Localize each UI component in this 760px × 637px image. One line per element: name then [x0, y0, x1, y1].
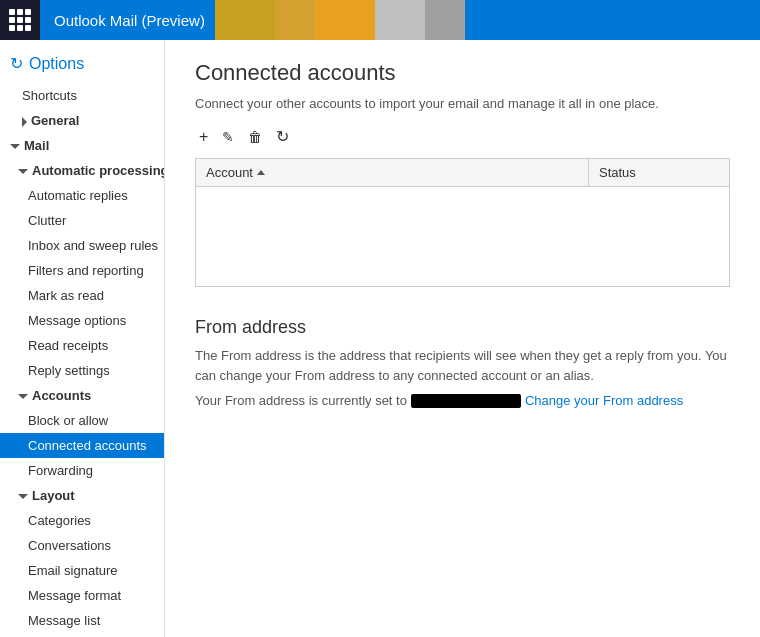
from-address-title: From address [195, 317, 730, 338]
sidebar-item-message-list[interactable]: Message list [0, 608, 164, 633]
from-address-description: The From address is the address that rec… [195, 346, 730, 385]
app-grid-icon[interactable] [0, 0, 40, 40]
table-col-status-header: Status [589, 159, 729, 186]
sidebar-item-mail[interactable]: Mail [0, 133, 164, 158]
sidebar-item-forwarding[interactable]: Forwarding [0, 458, 164, 483]
app-title: Outlook Mail (Preview) [40, 12, 205, 29]
sidebar-item-message-options[interactable]: Message options [0, 308, 164, 333]
sidebar-item-email-signature[interactable]: Email signature [0, 558, 164, 583]
color-segment-4 [375, 0, 425, 40]
from-address-prefix: Your From address is currently set to [195, 393, 407, 408]
options-label: Options [29, 55, 84, 73]
sidebar-item-general[interactable]: General [0, 108, 164, 133]
table-body [195, 187, 730, 287]
chevron-down-icon [18, 169, 28, 174]
chevron-down-icon [10, 144, 20, 149]
sidebar: ↻ Options Shortcuts General Mail Automat… [0, 40, 165, 637]
table-col-account-header[interactable]: Account [196, 159, 589, 186]
top-bar: Outlook Mail (Preview) [0, 0, 760, 40]
from-address-section: From address The From address is the add… [195, 317, 730, 408]
sidebar-item-read-receipts[interactable]: Read receipts [0, 333, 164, 358]
sidebar-item-categories[interactable]: Categories [0, 508, 164, 533]
sidebar-item-connected-accounts[interactable]: Connected accounts [0, 433, 164, 458]
chevron-right-icon [22, 117, 27, 127]
sidebar-item-layout[interactable]: Layout [0, 483, 164, 508]
change-from-address-link[interactable]: Change your From address [525, 393, 683, 408]
chevron-down-icon [18, 394, 28, 399]
from-address-line: Your From address is currently set to Ch… [195, 393, 730, 408]
sidebar-item-inbox-sweep[interactable]: Inbox and sweep rules [0, 233, 164, 258]
sidebar-item-conversations[interactable]: Conversations [0, 533, 164, 558]
sidebar-item-clutter[interactable]: Clutter [0, 208, 164, 233]
sidebar-item-reading-pane[interactable]: Reading pane [0, 633, 164, 637]
color-segment-5 [425, 0, 465, 40]
color-segment-1 [215, 0, 275, 40]
content-area: Connected accounts Connect your other ac… [165, 40, 760, 637]
color-segment-3 [315, 0, 375, 40]
edit-button[interactable]: ✎ [218, 127, 238, 147]
page-title: Connected accounts [195, 60, 730, 86]
sidebar-item-automatic-processing[interactable]: Automatic processing [0, 158, 164, 183]
table-header: Account Status [195, 158, 730, 187]
sidebar-item-block-or-allow[interactable]: Block or allow [0, 408, 164, 433]
sort-icon [257, 170, 265, 175]
top-bar-color-segments [215, 0, 760, 40]
chevron-down-icon [18, 494, 28, 499]
page-description: Connect your other accounts to import yo… [195, 96, 730, 111]
main-layout: ↻ Options Shortcuts General Mail Automat… [0, 40, 760, 637]
delete-button[interactable]: 🗑 [244, 127, 266, 147]
col-account-label: Account [206, 165, 253, 180]
redacted-email [411, 394, 521, 408]
sidebar-item-automatic-replies[interactable]: Automatic replies [0, 183, 164, 208]
col-status-label: Status [599, 165, 636, 180]
add-button[interactable]: + [195, 126, 212, 148]
sidebar-item-shortcuts[interactable]: Shortcuts [0, 83, 164, 108]
options-header: ↻ Options [0, 50, 164, 83]
refresh-button[interactable]: ↻ [272, 125, 293, 148]
sidebar-item-message-format[interactable]: Message format [0, 583, 164, 608]
back-icon[interactable]: ↻ [10, 54, 23, 73]
sidebar-item-mark-as-read[interactable]: Mark as read [0, 283, 164, 308]
color-segment-2 [275, 0, 315, 40]
grid-dots [9, 9, 31, 31]
sidebar-item-accounts[interactable]: Accounts [0, 383, 164, 408]
sidebar-item-filters-reporting[interactable]: Filters and reporting [0, 258, 164, 283]
sidebar-item-reply-settings[interactable]: Reply settings [0, 358, 164, 383]
toolbar: + ✎ 🗑 ↻ [195, 125, 730, 148]
